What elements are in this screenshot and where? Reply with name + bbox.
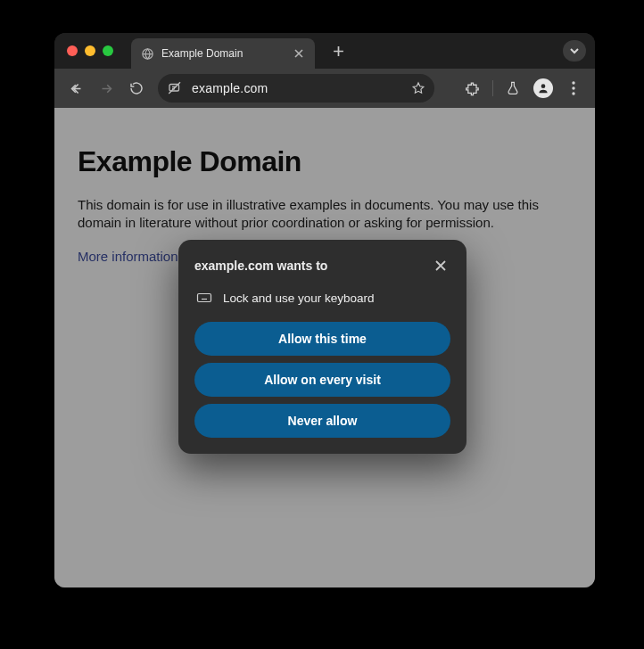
window-controls	[67, 45, 113, 56]
svg-point-3	[541, 84, 546, 88]
permission-dialog: example.com wants to Lock and use your k…	[178, 240, 466, 454]
profile-button[interactable]	[531, 76, 556, 101]
window-minimize-button[interactable]	[85, 45, 95, 56]
browser-window: Example Domain	[54, 33, 595, 587]
globe-icon	[140, 46, 154, 61]
keyboard-icon	[196, 290, 212, 306]
url-text: example.com	[192, 81, 402, 95]
window-fullscreen-button[interactable]	[103, 45, 113, 56]
forward-button[interactable]	[94, 76, 119, 101]
permission-dialog-title: example.com wants to	[194, 259, 327, 273]
svg-point-4	[572, 81, 574, 84]
toolbar-separator	[492, 80, 493, 96]
back-button[interactable]	[63, 76, 88, 101]
svg-point-6	[572, 92, 574, 94]
permission-label: Lock and use your keyboard	[223, 292, 375, 305]
never-allow-button[interactable]: Never allow	[194, 404, 450, 438]
svg-point-5	[572, 86, 574, 89]
chrome-menu-button[interactable]	[561, 76, 586, 101]
reload-button[interactable]	[124, 76, 149, 101]
tabs-dropdown-button[interactable]	[563, 40, 586, 62]
site-info-icon[interactable]	[167, 80, 183, 96]
allow-every-visit-button[interactable]: Allow on every visit	[194, 363, 450, 397]
address-bar[interactable]: example.com	[158, 74, 434, 103]
tab-bar: Example Domain	[54, 33, 595, 69]
new-tab-button[interactable]	[326, 38, 351, 63]
extensions-button[interactable]	[460, 76, 485, 101]
tab-title: Example Domain	[161, 47, 285, 60]
allow-this-time-button[interactable]: Allow this time	[194, 322, 450, 356]
tab-close-button[interactable]	[292, 46, 306, 61]
bookmark-star-icon[interactable]	[411, 81, 425, 95]
window-close-button[interactable]	[67, 45, 78, 56]
page-viewport: Example Domain This domain is for use in…	[54, 108, 595, 587]
svg-rect-7	[198, 294, 211, 302]
toolbar: example.com	[54, 69, 595, 108]
dialog-close-button[interactable]	[431, 256, 450, 275]
labs-button[interactable]	[500, 76, 525, 101]
browser-tab[interactable]: Example Domain	[131, 38, 315, 69]
